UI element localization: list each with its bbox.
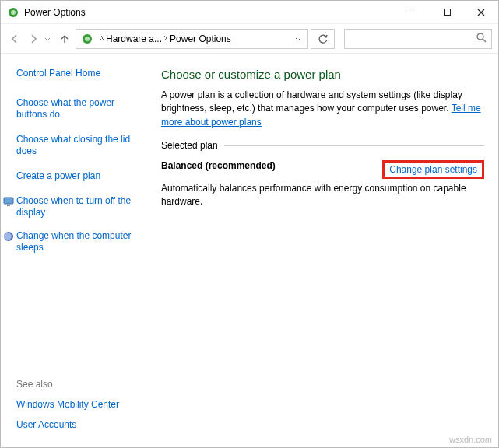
plan-description: Automatically balances performance with … <box>161 182 484 208</box>
sidebar-link-user-accounts[interactable]: User Accounts <box>16 419 141 430</box>
refresh-button[interactable] <box>311 29 335 49</box>
page-heading: Choose or customize a power plan <box>161 68 484 81</box>
close-button[interactable] <box>464 1 498 24</box>
breadcrumb-power-options[interactable]: Power Options <box>170 33 231 44</box>
power-options-icon <box>7 6 19 19</box>
sidebar-link-mobility-center[interactable]: Windows Mobility Center <box>16 399 141 410</box>
sidebar-link-closing-lid[interactable]: Choose what closing the lid does <box>16 134 141 158</box>
chevron-right-icon <box>163 35 168 43</box>
svg-point-1 <box>11 10 16 15</box>
sleep-icon <box>2 230 15 243</box>
desc-text: A power plan is a collection of hardware… <box>161 89 462 114</box>
toolbar: Hardware a... Power Options <box>1 24 498 54</box>
breadcrumb[interactable]: Hardware a... Power Options <box>76 29 308 49</box>
svg-point-5 <box>477 33 483 40</box>
sidebar-link-power-buttons[interactable]: Choose what the power buttons do <box>16 97 141 121</box>
display-off-icon <box>2 195 15 208</box>
svg-rect-7 <box>7 205 10 206</box>
search-icon[interactable] <box>476 33 487 45</box>
plan-name: Balanced (recommended) <box>161 160 276 171</box>
sidebar: Control Panel Home Choose what the power… <box>1 54 147 447</box>
chevron-down-icon[interactable] <box>295 34 301 43</box>
svg-rect-2 <box>409 12 416 12</box>
breadcrumb-hardware[interactable]: Hardware a... <box>106 33 162 44</box>
sidebar-link-turn-off-display[interactable]: Choose when to turn off the display <box>16 195 141 219</box>
search-box[interactable] <box>344 29 492 49</box>
svg-point-4 <box>85 37 90 41</box>
history-dropdown-icon[interactable] <box>44 35 54 43</box>
see-also-label: See also <box>16 379 141 390</box>
up-button[interactable] <box>57 30 72 48</box>
selected-plan-label: Selected plan <box>161 140 484 151</box>
control-panel-home-link[interactable]: Control Panel Home <box>16 68 141 80</box>
watermark: wsxdn.com <box>449 435 492 444</box>
chevron-left-icon[interactable] <box>98 35 104 43</box>
power-options-icon <box>81 33 93 45</box>
titlebar: Power Options <box>1 1 498 24</box>
plan-row: Balanced (recommended) Change plan setti… <box>161 160 484 179</box>
change-plan-settings-link[interactable]: Change plan settings <box>382 160 484 179</box>
forward-button[interactable] <box>26 30 41 48</box>
svg-rect-6 <box>4 198 13 204</box>
main-content: Choose or customize a power plan A power… <box>147 54 498 447</box>
window-controls <box>395 1 498 24</box>
maximize-button[interactable] <box>430 1 464 24</box>
minimize-button[interactable] <box>395 1 430 24</box>
selected-plan-text: Selected plan <box>161 140 218 151</box>
sidebar-link-computer-sleeps[interactable]: Change when the computer sleeps <box>16 230 141 254</box>
page-description: A power plan is a collection of hardware… <box>161 89 484 129</box>
window-title: Power Options <box>24 7 395 18</box>
sidebar-link-create-plan[interactable]: Create a power plan <box>16 170 141 183</box>
back-button[interactable] <box>7 30 23 48</box>
content: Control Panel Home Choose what the power… <box>1 54 498 447</box>
search-input[interactable] <box>350 33 476 44</box>
